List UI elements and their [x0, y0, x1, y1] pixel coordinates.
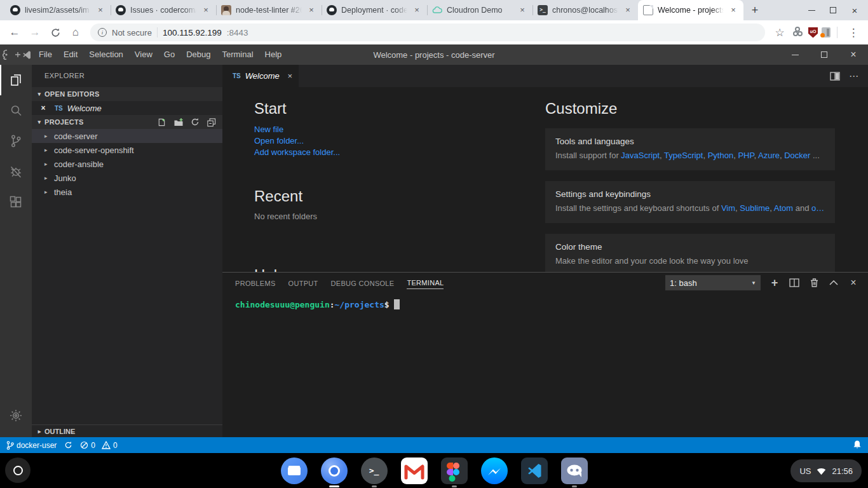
close-icon[interactable]: × — [728, 5, 738, 15]
projects-header[interactable]: ▾ PROJECTS — [32, 115, 222, 129]
back-button[interactable]: ← — [5, 23, 24, 42]
files-app-icon[interactable] — [281, 458, 308, 484]
restore-button[interactable] — [824, 1, 843, 20]
explorer-icon[interactable] — [0, 65, 32, 95]
close-icon[interactable]: × — [38, 104, 48, 112]
color-theme-card[interactable]: Color theme Make the editor and your cod… — [545, 234, 835, 272]
address-bar[interactable]: i Not secure 100.115.92.199:8443 — [90, 24, 765, 41]
javascript-link[interactable]: JavaScript — [621, 151, 660, 160]
sync-icon[interactable] — [64, 441, 72, 449]
figma-app-icon[interactable] — [441, 458, 468, 484]
collapse-all-icon[interactable] — [207, 118, 216, 127]
sublime-link[interactable]: Sublime — [740, 203, 770, 213]
home-button[interactable]: ⌂ — [66, 23, 85, 42]
extension-icon[interactable] — [793, 27, 804, 38]
browser-tab[interactable]: Deployment · code × — [322, 0, 427, 20]
refresh-icon[interactable] — [191, 118, 200, 126]
source-control-icon[interactable] — [0, 126, 32, 156]
maximize-panel-icon[interactable] — [828, 277, 839, 288]
outline-section[interactable]: ▸ OUTLINE — [32, 424, 222, 437]
browser-tab[interactable]: >_ chronos@localhost × — [532, 0, 638, 20]
new-terminal-icon[interactable]: + — [769, 277, 780, 288]
folder-theia[interactable]: ▸ theia — [32, 185, 222, 199]
menu-edit[interactable]: Edit — [58, 44, 83, 65]
new-tab-button[interactable]: + — [746, 1, 764, 19]
debug-icon[interactable] — [0, 156, 32, 187]
typescript-link[interactable]: TypeScript — [664, 151, 703, 160]
extensions-icon[interactable] — [0, 187, 32, 217]
menu-help[interactable]: Help — [259, 44, 288, 65]
php-link[interactable]: PHP — [738, 151, 754, 160]
close-window-button[interactable]: × — [845, 1, 864, 20]
close-icon[interactable]: × — [623, 5, 633, 15]
messenger-app-icon[interactable] — [481, 458, 508, 484]
open-editor-item[interactable]: × TS Welcome — [32, 101, 222, 115]
bell-icon[interactable] — [853, 440, 862, 451]
search-icon[interactable] — [0, 95, 32, 126]
add-workspace-folder-link[interactable]: Add workspace folder... — [254, 147, 340, 158]
gmail-app-icon[interactable] — [401, 458, 428, 484]
folder-junko[interactable]: ▸ Junko — [32, 171, 222, 185]
new-folder-icon[interactable] — [173, 118, 184, 127]
python-link[interactable]: Python — [708, 151, 733, 160]
vim-link[interactable]: Vim — [721, 203, 735, 213]
new-file-icon[interactable] — [157, 118, 166, 127]
open-editors-header[interactable]: ▾ OPEN EDITORS — [32, 87, 222, 101]
menu-debug[interactable]: Debug — [180, 44, 216, 65]
info-icon[interactable]: i — [98, 28, 107, 37]
terminal[interactable]: chinodesuuu@penguin:~/projects$ — [222, 293, 868, 311]
terminal-app-icon[interactable]: >_ — [361, 458, 388, 484]
editor-tab-welcome[interactable]: TS Welcome × — [222, 65, 299, 87]
close-button[interactable]: × — [839, 44, 868, 65]
tab-output[interactable]: OUTPUT — [288, 277, 318, 289]
gear-icon[interactable] — [0, 400, 32, 431]
menu-view[interactable]: View — [129, 44, 158, 65]
system-tray[interactable]: US 21:56 — [790, 459, 862, 482]
menu-terminal[interactable]: Terminal — [216, 44, 259, 65]
vscode-app-icon[interactable] — [521, 458, 548, 484]
bookmark-star-icon[interactable]: ☆ — [770, 23, 789, 42]
close-icon[interactable]: × — [287, 71, 292, 81]
git-branch-item[interactable]: docker-user — [6, 441, 57, 450]
settings-keybindings-card[interactable]: Settings and keybindings Install the set… — [545, 181, 835, 223]
ublock-extension-icon[interactable]: uO — [808, 27, 818, 38]
extension-icon[interactable] — [822, 27, 831, 37]
problems-item[interactable]: 0 0 — [80, 441, 117, 450]
chromium-app-icon[interactable] — [321, 458, 348, 484]
close-icon[interactable]: × — [306, 5, 316, 15]
atom-link[interactable]: Atom — [774, 203, 793, 213]
terminal-select[interactable]: 1: bash ▼ — [665, 275, 761, 290]
split-terminal-icon[interactable] — [789, 277, 800, 288]
more-actions-icon[interactable]: ⋯ — [849, 71, 859, 82]
menu-file[interactable]: File — [33, 44, 58, 65]
close-icon[interactable]: × — [201, 5, 211, 15]
tab-debug-console[interactable]: DEBUG CONSOLE — [331, 277, 395, 289]
browser-tab-active[interactable]: Welcome - projects × — [638, 0, 743, 20]
tab-terminal[interactable]: TERMINAL — [407, 276, 444, 289]
tab-problems[interactable]: PROBLEMS — [235, 277, 276, 289]
folder-coder-ansible[interactable]: ▸ coder-ansible — [32, 157, 222, 171]
menu-go[interactable]: Go — [158, 44, 180, 65]
maximize-button[interactable] — [810, 44, 839, 65]
close-icon[interactable]: × — [95, 5, 105, 15]
new-file-link[interactable]: New file — [254, 124, 340, 135]
others-link[interactable]: o… — [811, 203, 824, 213]
launcher-button[interactable] — [5, 458, 31, 483]
open-folder-link[interactable]: Open folder... — [254, 135, 340, 147]
browser-menu-icon[interactable]: ⋮ — [844, 23, 863, 42]
minimize-button[interactable] — [780, 44, 810, 65]
browser-tab[interactable]: livesim2/assets/im × — [5, 0, 111, 20]
azure-link[interactable]: Azure — [758, 151, 780, 160]
close-icon[interactable]: × — [412, 5, 422, 15]
docker-link[interactable]: Docker — [784, 151, 810, 160]
discord-app-icon[interactable] — [561, 458, 588, 484]
folder-code-server[interactable]: ▸ code-server — [32, 129, 222, 143]
folder-code-server-openshift[interactable]: ▸ code-server-openshift — [32, 143, 222, 157]
browser-tab[interactable]: node-test-linter #26 × — [216, 0, 322, 20]
minimize-button[interactable] — [802, 1, 821, 20]
tools-languages-card[interactable]: Tools and languages Install support for … — [545, 128, 835, 170]
browser-tab[interactable]: Issues · codercom/ × — [111, 0, 216, 20]
menu-selection[interactable]: Selection — [83, 44, 128, 65]
reload-button[interactable] — [46, 23, 65, 42]
close-panel-icon[interactable]: × — [848, 277, 859, 288]
